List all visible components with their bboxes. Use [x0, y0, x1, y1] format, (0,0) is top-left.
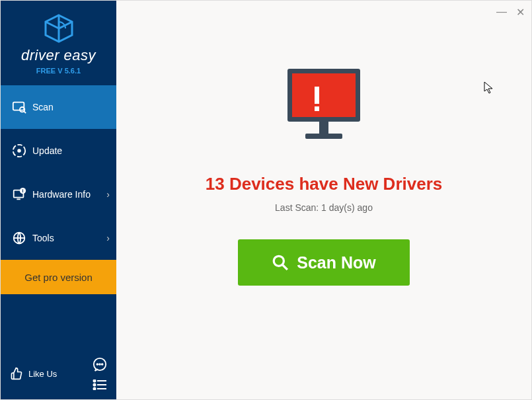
- chevron-right-icon: ›: [106, 189, 110, 200]
- update-icon: [10, 143, 28, 158]
- svg-point-13: [99, 364, 100, 365]
- app-version: FREE V 5.6.1: [7, 67, 110, 75]
- svg-rect-0: [13, 102, 24, 110]
- svg-rect-25: [319, 122, 328, 134]
- close-button[interactable]: ✕: [516, 6, 525, 19]
- svg-rect-22: [292, 73, 356, 117]
- menu-icon[interactable]: [93, 380, 107, 390]
- logo-area: driver easy FREE V 5.6.1: [1, 1, 116, 85]
- minimize-button[interactable]: —: [496, 6, 507, 19]
- tools-icon: [10, 231, 28, 245]
- app-name: driver easy: [7, 47, 110, 64]
- svg-point-15: [94, 380, 96, 382]
- sidebar-item-label: Update: [32, 145, 62, 156]
- status-headline: 13 Devices have New Drivers: [206, 174, 442, 194]
- sidebar-item-scan[interactable]: Scan: [1, 85, 116, 129]
- chevron-right-icon: ›: [106, 233, 110, 243]
- scan-now-button[interactable]: Scan Now: [238, 239, 410, 286]
- sidebar-bottom: Like Us: [1, 348, 116, 399]
- window-controls: — ✕: [496, 6, 525, 19]
- sidebar-item-update[interactable]: Update: [1, 129, 116, 173]
- svg-line-28: [283, 264, 288, 270]
- get-pro-button[interactable]: Get pro version: [1, 260, 116, 294]
- svg-point-12: [96, 364, 98, 365]
- like-us-button[interactable]: Like Us: [10, 367, 57, 380]
- sidebar-item-hardware[interactable]: i Hardware Info ›: [1, 173, 116, 216]
- sidebar-item-label: Scan: [32, 102, 54, 112]
- app-logo-icon: [42, 14, 75, 43]
- search-icon: [272, 254, 289, 271]
- svg-rect-6: [17, 198, 20, 200]
- hardware-icon: i: [10, 187, 28, 202]
- svg-point-4: [17, 149, 21, 153]
- svg-rect-24: [315, 106, 319, 111]
- content: 13 Devices have New Drivers Last Scan: 1…: [116, 1, 531, 399]
- pro-button-label: Get pro version: [24, 272, 93, 283]
- alert-monitor-icon: [274, 65, 373, 154]
- scan-icon: [10, 100, 28, 114]
- svg-rect-23: [315, 87, 319, 104]
- svg-point-14: [102, 364, 103, 365]
- thumbs-up-icon: [10, 367, 23, 380]
- svg-line-2: [24, 111, 26, 113]
- svg-point-17: [94, 384, 96, 386]
- svg-text:i: i: [22, 188, 23, 194]
- svg-rect-26: [305, 134, 342, 139]
- svg-point-19: [94, 388, 96, 390]
- feedback-icon[interactable]: [93, 357, 107, 372]
- last-scan-text: Last Scan: 1 day(s) ago: [275, 202, 373, 213]
- main-panel: — ✕ 13 Devices have New Drivers Last Sca…: [116, 1, 531, 399]
- sidebar-item-label: Tools: [32, 233, 54, 243]
- svg-point-27: [274, 256, 284, 266]
- sidebar: driver easy FREE V 5.6.1 Scan Update: [1, 1, 116, 399]
- like-label: Like Us: [28, 369, 57, 379]
- sidebar-item-label: Hardware Info: [32, 189, 91, 200]
- nav: Scan Update i Hardware Info ›: [1, 85, 116, 348]
- sidebar-item-tools[interactable]: Tools ›: [1, 216, 116, 260]
- scan-button-label: Scan Now: [297, 253, 375, 272]
